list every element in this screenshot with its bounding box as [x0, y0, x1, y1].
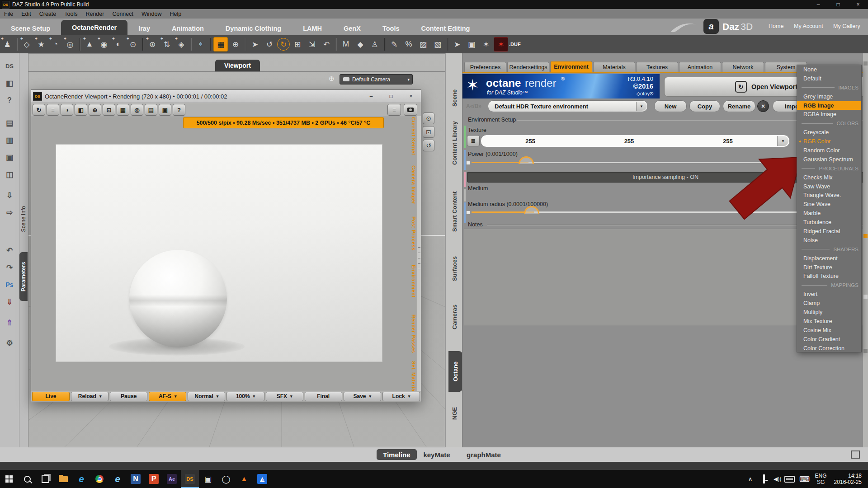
universal-tool[interactable]: ↶ [320, 38, 333, 51]
menu-item-invert[interactable]: Invert [797, 290, 861, 299]
log-list-icon[interactable]: ≡ [387, 104, 401, 116]
section-render-passes[interactable]: Render Passes [407, 314, 416, 353]
measure-tool[interactable]: ⌖ [194, 38, 208, 51]
menu-edit[interactable]: Edit [17, 11, 35, 17]
tab-dynamic-clothing[interactable]: Dynamic Clothing [215, 22, 292, 35]
surface-edit-tool[interactable]: ✎ [387, 38, 401, 51]
tab-scene-setup[interactable]: Scene Setup [0, 22, 61, 35]
create-instance-tool[interactable]: +◈ [175, 38, 188, 51]
pointer-node-tool[interactable]: ➤ [450, 38, 464, 51]
refresh-icon[interactable]: ↻ [33, 104, 45, 116]
octane-maximize-button[interactable]: □ [381, 92, 401, 101]
octane-logo-icon[interactable]: ◎ [131, 104, 143, 116]
menu-item-random-color[interactable]: Random Color [797, 146, 861, 155]
tab-textures[interactable]: Textures [636, 62, 678, 72]
lock-button[interactable]: Lock▾ [382, 392, 420, 401]
menu-item-rgba-image[interactable]: RGBA Image [797, 110, 861, 119]
chrome-button[interactable] [90, 470, 108, 488]
viewport-pane-tab[interactable]: Viewport [215, 60, 260, 71]
tab-rendersettings[interactable]: Rendersettings [507, 62, 549, 72]
menu-item-multiply[interactable]: Multiply [797, 308, 861, 317]
create-light-tool[interactable]: +★ [34, 38, 48, 51]
normal-button[interactable]: Normal▾ [188, 392, 225, 401]
menu-item-color-gradient[interactable]: Color Gradient [797, 335, 861, 344]
daz-logo-icon[interactable]: a [703, 19, 719, 34]
dock-tab-cameras[interactable]: Cameras [448, 298, 461, 336]
menu-item-ridged-fractal[interactable]: Ridged Fractal [797, 227, 861, 236]
region-render-icon[interactable]: ⊡ [103, 104, 115, 116]
taskbar-search[interactable] [18, 470, 36, 488]
menu-item-cosine-mix[interactable]: Cosine Mix [797, 326, 861, 335]
menu-item-sine-wave[interactable]: Sine Wave [797, 200, 861, 209]
undo-dock-icon[interactable]: ↶ [3, 244, 16, 257]
network-icon[interactable] [757, 475, 771, 483]
menu-item-greyscale[interactable]: Greyscale [797, 128, 861, 137]
section-environment[interactable]: Environment [407, 265, 416, 298]
menu-render[interactable]: Render [81, 11, 108, 17]
menu-item-falloff-texture[interactable]: Falloff Texture [797, 272, 861, 281]
nav-my-account[interactable]: My Account [794, 23, 823, 29]
section-sel-material[interactable]: Sel. Material [407, 361, 416, 393]
af-s-button[interactable]: AF-S▾ [149, 392, 186, 401]
dock-tab-nge[interactable]: NGE [448, 404, 461, 423]
parameters-pane-tab[interactable]: Parameters [19, 252, 28, 301]
photos-app-button[interactable]: ◭ [253, 470, 271, 488]
texture-node-icon[interactable]: ≣ [467, 135, 480, 146]
menu-connect[interactable]: Connect [108, 11, 137, 17]
create-null-tool[interactable]: +⊛ [146, 38, 159, 51]
node-selection-tool[interactable]: ➤ [248, 38, 262, 51]
package-dock-icon[interactable]: ▥ [3, 134, 16, 146]
menu-item-gaussian-spectrum[interactable]: Gaussian Spectrum [797, 155, 861, 164]
subsample-icon[interactable]: ▦ [117, 104, 129, 116]
menu-item-clamp[interactable]: Clamp [797, 299, 861, 308]
tab-network[interactable]: Network [722, 62, 764, 72]
menu-item-mix-texture[interactable]: Mix Texture [797, 317, 861, 326]
nav-my-gallery[interactable]: My Gallery [833, 23, 860, 29]
pane-options-icon[interactable] [851, 450, 860, 459]
spot-render-tool[interactable]: ▧ [431, 38, 444, 51]
help-dock-icon[interactable]: ? [3, 94, 16, 107]
octane-window-scrollbar[interactable] [417, 116, 421, 391]
tab-octanerender[interactable]: OctaneRender [61, 20, 127, 35]
menu-create[interactable]: Create [35, 11, 61, 17]
menu-window[interactable]: Window [137, 11, 165, 17]
tab-tools[interactable]: Tools [372, 22, 410, 35]
document-dock-icon[interactable]: ▤ [3, 117, 16, 129]
morph-tool[interactable]: M [339, 38, 353, 51]
focus-pick-icon[interactable]: ⊕ [89, 104, 101, 116]
camera-selector[interactable]: Default Camera ▾ [340, 74, 413, 84]
preset-copy-button[interactable]: Copy [689, 100, 720, 112]
upload-dock-icon[interactable]: ⇑ [3, 316, 16, 329]
tab-materials[interactable]: Materials [593, 62, 635, 72]
tool-dock-icon[interactable]: ⚙ [3, 337, 16, 349]
zoom-100-button[interactable]: 100%▾ [226, 392, 264, 401]
menu-item-none[interactable]: None [797, 65, 861, 74]
zoom-icon[interactable]: ⊙ [423, 113, 434, 124]
box-dock-icon[interactable]: ▣ [3, 151, 16, 164]
ds-dock-icon[interactable]: DS [3, 60, 16, 72]
frame-icon[interactable]: ⊡ [423, 126, 434, 138]
minimize-button[interactable]: – [808, 0, 828, 9]
tab-timeline[interactable]: Timeline [377, 449, 417, 460]
menu-item-turbulence[interactable]: Turbulence [797, 218, 861, 227]
grid-snap-tool-active[interactable]: ▦ [213, 37, 228, 52]
percent-tool[interactable]: % [402, 38, 415, 51]
octane-minimize-button[interactable]: – [361, 92, 381, 101]
maximize-button[interactable]: □ [828, 0, 848, 9]
download-dock-icon[interactable]: ⇓ [3, 296, 16, 308]
create-node-tool[interactable]: +⊙ [126, 38, 140, 51]
dropdown-caret-icon[interactable]: ▼ [636, 102, 646, 111]
edge-grid-icon[interactable] [863, 349, 868, 353]
scene-info-pane-label[interactable]: Scene Info [20, 206, 27, 232]
menu-help[interactable]: Help [165, 11, 185, 17]
dock-tab-octane[interactable]: Octane [448, 351, 462, 392]
steam-button[interactable]: ◯ [217, 470, 235, 488]
power-slider-reset[interactable] [466, 161, 470, 165]
touch-keyboard-icon[interactable]: ⌨ [798, 475, 811, 483]
menu-item-dirt-texture[interactable]: Dirt Texture [797, 263, 861, 272]
powerpoint-button[interactable]: P [145, 470, 163, 488]
daz-studio-button[interactable]: DS [181, 470, 199, 488]
tab-content-editing[interactable]: Content Editing [410, 22, 481, 35]
flame-app-button[interactable]: ▲ [235, 470, 253, 488]
texture-g-value[interactable]: 255 [580, 138, 678, 145]
